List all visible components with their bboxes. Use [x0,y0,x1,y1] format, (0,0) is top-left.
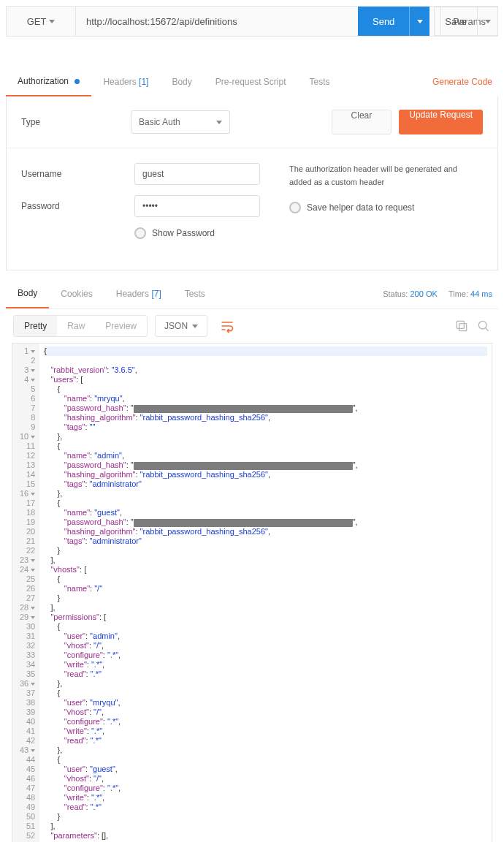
line-gutter: 1234567891011121314151617181920212223242… [12,344,39,842]
method-select[interactable]: GET [7,7,76,36]
tab-response-body[interactable]: Body [6,279,49,308]
tab-response-cookies[interactable]: Cookies [49,280,104,308]
response-meta: Status: 200 OK Time: 44 ms [383,289,498,298]
chevron-down-icon [216,121,222,124]
password-input[interactable] [134,195,260,217]
save-options-button[interactable] [478,7,498,36]
response-body-viewer: 1234567891011121314151617181920212223242… [12,343,492,842]
save-helper-toggle[interactable]: Save helper data to request [289,202,479,213]
headers-count-badge: [1] [139,77,148,87]
response-body-controls: Pretty Raw Preview JSON [6,309,498,343]
tab-authorization-label: Authorization [18,76,69,86]
response-headers-count-badge: [7] [151,289,161,299]
update-request-button[interactable]: Update Request [399,110,483,134]
wrap-lines-button[interactable] [215,315,240,337]
password-label: Password [21,201,134,211]
copy-icon[interactable] [454,319,469,333]
auth-hint: The authorization header will be generat… [289,163,479,189]
username-label: Username [21,169,134,179]
authorization-panel: Type Basic Auth Clear Update Request Use… [6,96,498,270]
preview-tab[interactable]: Preview [95,316,147,336]
auth-type-row: Type Basic Auth Clear Update Request [7,96,497,148]
radio-icon [134,227,146,239]
generate-code-link[interactable]: Generate Code [427,68,498,96]
response-tabs: Body Cookies Headers [7] Tests Status: 2… [6,279,498,308]
tab-headers-label: Headers [103,77,136,87]
send-button[interactable]: Send [358,7,409,36]
tab-response-headers-label: Headers [116,289,149,299]
save-helper-label: Save helper data to request [307,202,414,213]
radio-icon [289,202,301,213]
tab-authorization[interactable]: Authorization [6,67,91,96]
raw-tab[interactable]: Raw [57,316,95,336]
status-label: Status: [383,289,408,298]
time-value: 44 ms [470,289,492,298]
save-button[interactable]: Save [434,7,478,36]
clear-button[interactable]: Clear [332,110,392,134]
search-icon[interactable] [476,319,491,333]
tab-tests[interactable]: Tests [298,68,342,96]
username-input[interactable] [134,163,260,185]
auth-type-label: Type [21,117,131,127]
active-indicator-dot [75,79,80,84]
chevron-down-icon [485,20,491,23]
tab-prerequest[interactable]: Pre-request Script [204,68,298,96]
show-password-toggle[interactable]: Show Password [134,227,215,239]
status-value: 200 OK [410,289,437,298]
response-json[interactable]: { "rabbit_version": "3.6.5", "users": [ … [39,344,492,842]
chevron-down-icon [49,20,55,23]
show-password-label: Show Password [152,228,215,238]
chevron-down-icon [192,325,198,328]
format-label: JSON [164,321,188,331]
svg-rect-1 [457,321,464,328]
request-tabs: Authorization Headers [1] Body Pre-reque… [6,67,498,96]
body-view-mode: Pretty Raw Preview [13,315,148,337]
send-options-button[interactable] [409,7,429,36]
tab-body[interactable]: Body [160,68,203,96]
tab-response-tests[interactable]: Tests [173,280,217,308]
method-label: GET [27,16,47,27]
tab-response-headers[interactable]: Headers [7] [104,280,173,308]
wrap-icon [220,319,234,333]
format-select[interactable]: JSON [155,315,207,337]
auth-type-value: Basic Auth [139,117,180,127]
time-label: Time: [448,289,468,298]
tab-headers[interactable]: Headers [1] [91,68,160,96]
chevron-down-icon [417,20,423,23]
auth-type-select[interactable]: Basic Auth [131,110,230,134]
svg-rect-0 [459,324,467,331]
pretty-tab[interactable]: Pretty [14,316,57,336]
